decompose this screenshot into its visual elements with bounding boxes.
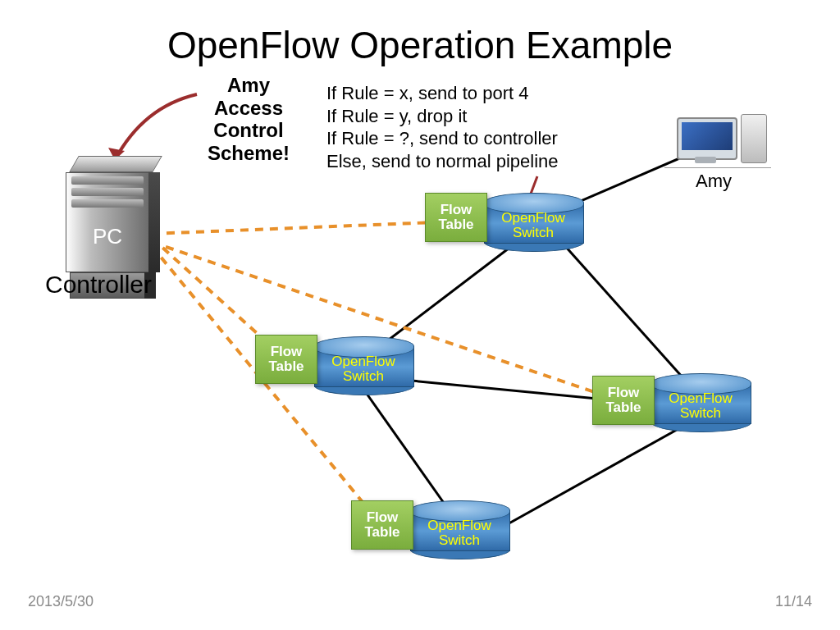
openflow-switch: OpenFlowSwitch [651, 373, 750, 432]
svg-line-6 [152, 221, 455, 234]
footer-date: 2013/5/30 [28, 593, 94, 610]
amy-computer-icon [677, 111, 775, 168]
rules-block: If Rule = x, send to port 4If Rule = y, … [326, 82, 559, 172]
flow-table: FlowTable [592, 376, 655, 425]
pc-tag: PC [93, 224, 122, 249]
slide: OpenFlow Operation Example AmyAccessCont… [0, 0, 840, 630]
svg-line-2 [558, 238, 697, 394]
callout-text: AmyAccessControlScheme! [179, 74, 318, 164]
flow-table: FlowTable [351, 500, 413, 550]
controller-server-icon [66, 156, 156, 271]
svg-line-5 [484, 418, 697, 537]
slide-title: OpenFlow Operation Example [0, 23, 840, 67]
openflow-switch: OpenFlowSwitch [484, 193, 582, 252]
openflow-switch: OpenFlowSwitch [314, 336, 413, 395]
amy-underline [664, 167, 771, 168]
amy-label: Amy [696, 171, 732, 192]
openflow-switch: OpenFlowSwitch [410, 500, 509, 559]
controller-label: Controller [45, 271, 152, 299]
flow-table: FlowTable [255, 335, 317, 384]
flow-table: FlowTable [425, 193, 487, 242]
footer-page: 11/14 [775, 593, 812, 610]
